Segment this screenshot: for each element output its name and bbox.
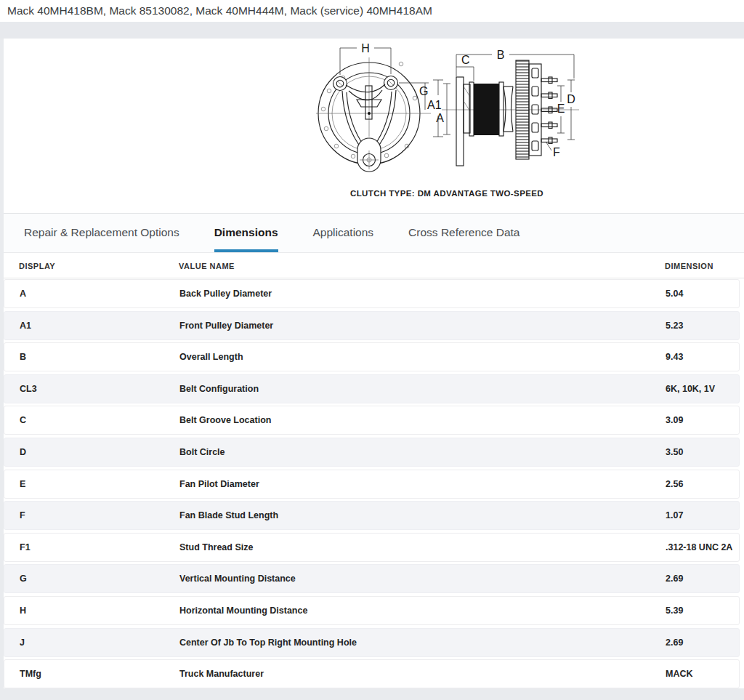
table-row: H Horizontal Mounting Distance 5.39	[4, 596, 740, 625]
row-value-name: Fan Blade Stud Length	[179, 510, 666, 520]
header-dimension: DIMENSION	[665, 262, 744, 270]
table-row: C Belt Groove Location 3.09	[4, 406, 740, 435]
tab-applications[interactable]: Applications	[313, 214, 374, 252]
dim-label-a1: A1	[427, 99, 442, 111]
tab-repair-replacement-options[interactable]: Repair & Replacement Options	[24, 214, 179, 252]
header-display: DISPLAY	[19, 262, 179, 270]
table-row: CL3 Belt Configuration 6K, 10K, 1V	[4, 374, 740, 403]
table-row: A Back Pulley Diameter 5.04	[4, 279, 740, 308]
page-title: Mack 40MH418BM, Mack 85130082, Mack 40MH…	[7, 4, 432, 17]
fan-studs	[541, 77, 557, 144]
table-row: TMfg Truck Manufacturer MACK	[4, 659, 740, 688]
row-display: B	[20, 352, 179, 362]
table-row: B Overall Length 9.43	[4, 342, 740, 371]
row-dimension: 9.43	[666, 352, 739, 362]
row-dimension: 3.09	[666, 415, 739, 425]
row-display: A	[20, 289, 179, 299]
dim-label-c: C	[461, 54, 470, 66]
dim-label-f: F	[553, 146, 560, 158]
row-display: J	[20, 637, 179, 648]
dimensions-table-body: A Back Pulley Diameter 5.04 A1 Front Pul…	[4, 279, 744, 691]
row-value-name: Center Of Jb To Top Right Mounting Hole	[179, 637, 666, 648]
row-value-name: Back Pulley Diameter	[179, 289, 666, 299]
row-dimension: MACK	[666, 669, 739, 679]
table-row: F Fan Blade Stud Length 1.07	[4, 501, 740, 530]
row-value-name: Belt Configuration	[179, 384, 666, 394]
dim-label-h: H	[361, 42, 370, 55]
row-dimension: 5.23	[666, 321, 739, 331]
row-value-name: Front Pulley Diameter	[179, 321, 666, 331]
product-detail-card: H G A1 A B C	[4, 39, 744, 688]
table-row: E Fan Pilot Diameter 2.56	[4, 470, 740, 499]
row-display: D	[20, 447, 179, 457]
row-display: TMfg	[20, 669, 179, 679]
row-value-name: Horizontal Mounting Distance	[179, 606, 666, 616]
row-dimension: 2.69	[666, 574, 739, 584]
title-bar: Mack 40MH418BM, Mack 85130082, Mack 40MH…	[0, 0, 744, 22]
table-row: J Center Of Jb To Top Right Mounting Hol…	[4, 628, 740, 657]
row-display: F1	[20, 542, 179, 552]
row-display: H	[20, 606, 179, 616]
clutch-technical-diagram: H G A1 A B C	[309, 40, 585, 180]
dim-label-e: E	[557, 102, 565, 115]
tab-bar: Repair & Replacement Options Dimensions …	[4, 213, 744, 253]
row-dimension: .312-18 UNC 2A	[666, 542, 739, 552]
table-row: A1 Front Pulley Diameter 5.23	[4, 311, 740, 340]
row-value-name: Belt Groove Location	[179, 415, 666, 425]
row-dimension: 2.56	[666, 479, 739, 489]
row-dimension: 6K, 10K, 1V	[666, 384, 739, 394]
row-display: F	[20, 510, 179, 520]
dim-label-b: B	[497, 49, 505, 61]
header-divider-band	[0, 22, 744, 39]
row-dimension: 1.07	[666, 510, 739, 520]
row-dimension: 5.39	[666, 606, 739, 616]
row-value-name: Stud Thread Size	[179, 542, 666, 552]
row-display: CL3	[20, 384, 179, 394]
row-dimension: 2.69	[666, 637, 739, 648]
row-value-name: Fan Pilot Diameter	[179, 479, 666, 489]
dimensions-table-header: DISPLAY VALUE NAME DIMENSION	[4, 254, 744, 278]
row-display: C	[20, 415, 179, 425]
tab-cross-reference-data[interactable]: Cross Reference Data	[408, 214, 519, 252]
row-display: A1	[20, 321, 179, 331]
fan-mount-windows	[532, 68, 538, 150]
clutch-type-caption: CLUTCH TYPE: DM ADVANTAGE TWO-SPEED	[309, 189, 585, 198]
row-display: G	[20, 574, 179, 584]
row-dimension: 3.50	[666, 447, 739, 457]
row-value-name: Truck Manufacturer	[179, 669, 666, 679]
table-row: F1 Stud Thread Size .312-18 UNC 2A	[4, 533, 740, 562]
table-row: G Vertical Mounting Distance 2.69	[4, 564, 740, 593]
dim-label-a: A	[436, 112, 444, 124]
row-value-name: Bolt Circle	[179, 447, 666, 457]
row-value-name: Overall Length	[179, 352, 666, 362]
row-value-name: Vertical Mounting Distance	[179, 574, 666, 584]
tab-dimensions[interactable]: Dimensions	[214, 214, 278, 252]
row-dimension: 5.04	[666, 289, 739, 299]
row-display: E	[20, 479, 179, 489]
dim-label-d: D	[567, 93, 575, 105]
header-value-name: VALUE NAME	[179, 262, 665, 270]
dim-label-g: G	[419, 85, 428, 97]
table-row: D Bolt Circle 3.50	[4, 438, 740, 467]
